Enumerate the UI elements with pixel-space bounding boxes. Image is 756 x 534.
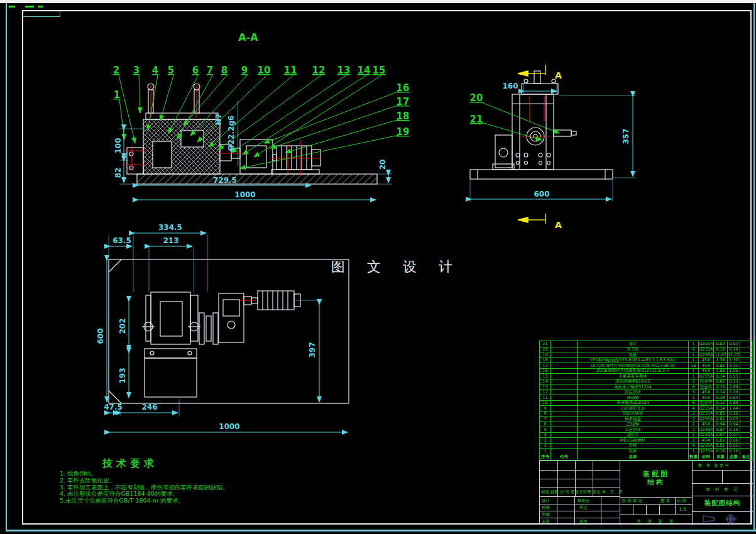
parts-cell: 12 [540, 390, 551, 395]
svg-text:9: 9 [241, 65, 248, 76]
parts-cell: 2 [689, 379, 699, 384]
parts-cell: 0.34 [714, 406, 728, 411]
svg-text:Ø22.2g6: Ø22.2g6 [227, 116, 236, 151]
parts-cell: 2 [689, 411, 699, 417]
parts-cell: 总重 [728, 454, 740, 460]
section-geometry [127, 84, 377, 184]
parts-cell: Q235A [699, 352, 714, 357]
parts-cell: Q235A [699, 433, 714, 438]
parts-cell: 固定连接块 [578, 411, 689, 417]
parts-cell [740, 427, 752, 432]
parts-cell: 0.05 [714, 411, 728, 417]
parts-cell [740, 347, 752, 352]
parts-cell: 11.07 [728, 352, 740, 357]
parts-cell: 3 [689, 390, 699, 395]
parts-row: 19底板1Q235A11.0711.07 [540, 352, 752, 357]
parts-cell: Q235A [699, 406, 714, 411]
parts-cell [740, 390, 752, 395]
parts-cell: 0.89 [728, 384, 740, 390]
svg-text:20: 20 [378, 160, 387, 170]
parts-cell: 0.94 [728, 422, 740, 427]
design-label: 设计 [542, 498, 550, 504]
parts-cell [740, 422, 752, 427]
revision-header: 标记 处数 分 区 更改文件号 签名 年、月、日 [541, 489, 620, 495]
parts-cell: 凸轮轴 [578, 422, 689, 427]
parts-cell [551, 406, 578, 411]
parts-row: 15夹紧装置专用件1Q235A0.340.55 [540, 373, 752, 379]
parts-cell: 0.12 [714, 401, 728, 406]
outer-frame-right [753, 3, 755, 531]
parts-list-table: 21顶片1Q235A0.030.0320夹刀块6Q235A0.160.1919底… [539, 341, 752, 460]
parts-cell: 11 [540, 395, 551, 400]
plot-mark [38, 6, 43, 8]
parts-cell: 0.15 [714, 384, 728, 390]
parts-cell: 0.05 [728, 417, 740, 422]
parts-cell [551, 401, 578, 406]
parts-cell [551, 438, 578, 443]
parts-rows: 21顶片1Q235A0.030.0320夹刀块6Q235A0.160.1919底… [540, 341, 752, 454]
target-circle-icon [725, 514, 737, 524]
svg-text:15: 15 [373, 65, 386, 76]
svg-text:63.5: 63.5 [112, 236, 131, 245]
parts-cell: 1 [689, 358, 699, 363]
projection-symbols [702, 514, 743, 524]
parts-cell: 4 [689, 406, 699, 411]
parts-cell: ZLY单级圆柱齿轮减速器(ZLY112-6.3-Ⅰ) [578, 369, 689, 374]
parts-cell: 45# [699, 390, 714, 395]
svg-text:729.5: 729.5 [213, 176, 237, 185]
parts-cell: 0.07 [714, 379, 728, 384]
parts-cell [740, 444, 752, 449]
parts-cell: 顶片 [578, 341, 689, 347]
parts-header-row: 序号代号名称数量材料单重总重备注 [540, 454, 752, 460]
svg-text:100: 100 [114, 138, 123, 153]
countersign-label: 会签 [542, 519, 550, 525]
svg-text:A: A [555, 70, 562, 80]
parts-cell [551, 347, 578, 352]
parts-cell: 15 [540, 374, 551, 379]
parts-cell: 组合件 [699, 379, 714, 384]
parts-cell [551, 363, 578, 368]
parts-cell: 14 [540, 379, 551, 384]
parts-cell: 0.03 [714, 438, 728, 443]
parts-cell: 名称 [578, 454, 689, 460]
svg-text:16: 16 [397, 82, 410, 94]
parts-cell: M8×140螺杆 [578, 438, 689, 443]
parts-row: 5工艺垫块2Q235A0.070.15 [540, 427, 752, 432]
parts-cell [551, 374, 578, 379]
parts-cell: 1 [689, 374, 699, 379]
outer-frame-left [6, 3, 7, 531]
svg-text:3: 3 [133, 65, 140, 76]
parts-cell: 16 [540, 369, 551, 374]
parts-cell: 0.16 [728, 449, 740, 454]
material-mark-label: 材 料 标 记 [693, 487, 753, 493]
parts-cell: 1 [689, 352, 699, 357]
parts-cell: 10 [540, 401, 551, 406]
plot-mark [9, 6, 15, 8]
parts-row: 3M8×140螺杆245#0.030.06 [540, 437, 752, 443]
corner-mark [60, 10, 60, 17]
parts-cell: 6 [540, 422, 551, 427]
parts-cell [551, 411, 578, 417]
parts-row: 12固定挡块345#0.140.19 [540, 390, 752, 395]
parts-cell: 1.05 [714, 369, 728, 374]
parts-cell: 6 [689, 384, 699, 390]
svg-text:5: 5 [168, 65, 174, 76]
parts-cell: 0.16 [714, 449, 728, 454]
sheets-label: 共 张 第 张 [620, 518, 692, 525]
parts-row: 11传动轴145#0.340.84 [540, 395, 752, 400]
parts-cell: 0.19 [728, 390, 740, 395]
parts-cell: 2 [689, 438, 699, 443]
outer-frame-bottom [6, 530, 756, 531]
parts-cell [551, 358, 578, 363]
parts-cell: 0.03 [714, 341, 728, 347]
parts-cell: 夹紧装置专用件 [578, 374, 689, 379]
parts-cell: 1 [689, 369, 699, 374]
parts-cell [551, 395, 578, 400]
parts-cell: 21 [540, 341, 551, 347]
parts-row: 14深沟球轴承619-6Z2组合件0.070.13 [540, 379, 752, 384]
parts-cell [551, 433, 578, 438]
parts-cell: 1.30 [714, 358, 728, 363]
ratify-label: 批准 [579, 519, 588, 525]
parts-cell: 1 [689, 395, 699, 400]
standardize-label: 标准化 [578, 498, 590, 504]
